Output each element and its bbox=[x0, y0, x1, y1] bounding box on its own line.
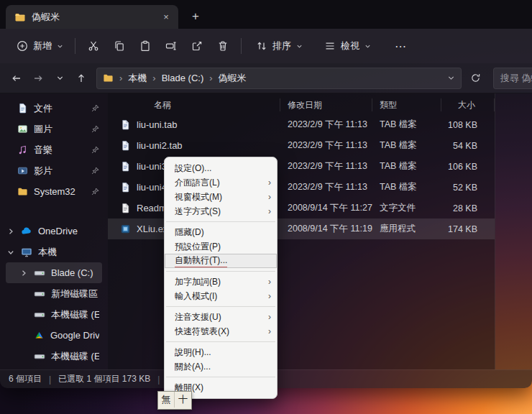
refresh-button[interactable] bbox=[464, 68, 486, 89]
breadcrumb-drive[interactable]: Blade (C:) bbox=[162, 73, 204, 83]
sidebar-item-videos[interactable]: 影片 bbox=[6, 160, 102, 181]
sidebar-item-music[interactable]: 音樂 bbox=[6, 139, 102, 160]
chevron-right-icon: › bbox=[151, 73, 157, 83]
menu-item-quick-symbols[interactable]: 快速符號表(X)› bbox=[165, 324, 277, 339]
music-icon bbox=[17, 144, 28, 155]
share-button[interactable] bbox=[184, 34, 210, 58]
rename-icon bbox=[165, 40, 177, 52]
breadcrumb[interactable]: › 本機 › Blade (C:) › 偽蝦米 bbox=[96, 68, 462, 89]
sidebar-item-google-drive[interactable]: Google Drive bbox=[6, 325, 102, 346]
column-header-date[interactable]: 修改日期 bbox=[280, 98, 372, 111]
view-button[interactable]: 檢視 bbox=[318, 34, 377, 58]
paste-icon bbox=[139, 40, 151, 52]
menu-item-add-words[interactable]: 加字加詞(B)› bbox=[165, 275, 277, 289]
menu-item-interface-language[interactable]: 介面語言(L)› bbox=[165, 175, 277, 190]
menu-separator bbox=[166, 306, 275, 307]
view-button-label: 檢視 bbox=[341, 40, 359, 52]
sidebar-item-documents[interactable]: 文件 bbox=[6, 98, 102, 119]
sidebar-item-onedrive[interactable]: OneDrive bbox=[6, 221, 102, 242]
column-header-name[interactable]: 名稱 bbox=[108, 98, 280, 111]
app-file-icon bbox=[108, 224, 137, 234]
computer-icon bbox=[21, 247, 32, 258]
ime-status-window[interactable]: 無 十 bbox=[157, 391, 192, 410]
sidebar-item-blade-c[interactable]: Blade (C:) bbox=[6, 262, 102, 283]
tab-file-icon bbox=[108, 140, 137, 151]
menu-item-hide[interactable]: 隱藏(D) bbox=[165, 225, 277, 239]
paste-button[interactable] bbox=[132, 34, 158, 58]
breadcrumb-folder[interactable]: 偽蝦米 bbox=[219, 72, 247, 85]
explorer-tab[interactable]: 偽蝦米 × bbox=[6, 5, 178, 29]
recent-locations-button[interactable] bbox=[49, 68, 70, 89]
sidebar-item-system32[interactable]: System32 bbox=[6, 181, 102, 202]
submenu-arrow-icon: › bbox=[265, 178, 271, 188]
video-icon bbox=[17, 165, 28, 176]
menu-separator bbox=[166, 377, 275, 377]
new-tab-button[interactable]: + bbox=[185, 6, 206, 27]
folder-icon bbox=[103, 73, 114, 83]
column-header-type[interactable]: 類型 bbox=[372, 98, 441, 111]
file-row-liu-uni-tab[interactable]: liu-uni.tab 2023/2/9 下午 11:13 TAB 檔案 108… bbox=[108, 114, 495, 135]
submenu-arrow-icon: › bbox=[265, 192, 271, 202]
menu-item-settings[interactable]: 設定(O)... bbox=[165, 161, 277, 175]
menu-item-input-mode[interactable]: 輸入模式(I)› bbox=[165, 289, 277, 303]
back-button[interactable] bbox=[6, 68, 27, 89]
drive-icon bbox=[34, 288, 45, 300]
navigation-pane: 文件 圖片 音樂 影片 bbox=[0, 93, 108, 369]
desktop: 偽蝦米 × + 新增 排序 bbox=[0, 0, 532, 414]
sidebar-item-this-pc[interactable]: 本機 bbox=[6, 242, 102, 262]
submenu-arrow-icon: › bbox=[265, 326, 271, 336]
tab-title: 偽蝦米 bbox=[32, 11, 154, 24]
up-button[interactable] bbox=[70, 68, 92, 89]
menu-item-send-mode[interactable]: 送字方式(S)› bbox=[165, 204, 277, 218]
ime-symbol-button[interactable]: 十 bbox=[175, 392, 191, 408]
pin-icon bbox=[91, 146, 99, 154]
forward-button[interactable] bbox=[27, 68, 49, 89]
menu-item-zhuyin-support[interactable]: 注音支援(U)› bbox=[165, 310, 277, 324]
copy-button[interactable] bbox=[106, 34, 132, 58]
pin-icon bbox=[91, 188, 99, 196]
more-icon: ⋯ bbox=[395, 40, 406, 53]
menu-item-help[interactable]: 說明(H)... bbox=[165, 345, 277, 359]
tab-close-button[interactable]: × bbox=[160, 11, 173, 24]
submenu-arrow-icon: › bbox=[265, 312, 271, 322]
chevron-down-icon[interactable] bbox=[7, 249, 15, 256]
chevron-right-icon[interactable] bbox=[7, 228, 15, 235]
sort-icon bbox=[256, 40, 267, 52]
menu-separator bbox=[166, 221, 275, 222]
pin-icon bbox=[91, 125, 99, 133]
file-row-liu-uni2-tab[interactable]: liu-uni2.tab 2023/2/9 下午 11:13 TAB 檔案 54… bbox=[108, 135, 495, 156]
ime-mode-indicator[interactable]: 無 bbox=[158, 392, 175, 408]
folder-icon bbox=[17, 186, 28, 197]
status-divider: | bbox=[157, 374, 160, 385]
menu-item-auto-run[interactable]: 自動執行(T)... bbox=[165, 254, 277, 268]
sort-button[interactable]: 排序 bbox=[249, 34, 309, 58]
share-icon bbox=[191, 40, 203, 52]
drive-icon bbox=[34, 351, 45, 362]
selection-summary: 已選取 1 個項目 173 KB bbox=[58, 373, 150, 385]
sidebar-item-pictures[interactable]: 圖片 bbox=[6, 119, 102, 139]
sidebar-item-local-disk-e[interactable]: 本機磁碟 (E:) bbox=[6, 304, 102, 325]
more-options-button[interactable]: ⋯ bbox=[387, 34, 413, 58]
menu-item-default-position[interactable]: 預設位置(P) bbox=[165, 239, 277, 254]
cut-button[interactable] bbox=[81, 34, 106, 58]
chevron-down-icon bbox=[364, 43, 371, 50]
gdrive-icon bbox=[34, 330, 45, 341]
column-header-size[interactable]: 大小 bbox=[441, 98, 495, 111]
rename-button[interactable] bbox=[158, 34, 184, 58]
address-bar: › 本機 › Blade (C:) › 偽蝦米 搜尋 偽蝦米 bbox=[0, 63, 532, 93]
sidebar-item-local-disk-e2[interactable]: 本機磁碟 (E:) bbox=[6, 346, 102, 367]
new-button[interactable]: 新增 bbox=[10, 34, 70, 58]
delete-button[interactable] bbox=[210, 34, 236, 58]
menu-item-window-mode[interactable]: 視窗模式(M)› bbox=[165, 190, 277, 204]
cut-icon bbox=[88, 40, 99, 52]
menu-item-about[interactable]: 關於(A)... bbox=[165, 359, 277, 374]
sort-button-label: 排序 bbox=[272, 40, 291, 52]
chevron-down-icon bbox=[296, 43, 303, 50]
breadcrumb-this-pc[interactable]: 本機 bbox=[128, 72, 147, 85]
copy-icon bbox=[114, 40, 125, 52]
sidebar-item-new-volume-d[interactable]: 新增磁碟區 (D bbox=[6, 283, 102, 304]
chevron-right-icon[interactable] bbox=[20, 270, 28, 277]
search-input[interactable]: 搜尋 偽蝦米 bbox=[493, 68, 532, 89]
address-dropdown-icon[interactable] bbox=[447, 74, 455, 82]
text-file-icon bbox=[108, 203, 137, 213]
